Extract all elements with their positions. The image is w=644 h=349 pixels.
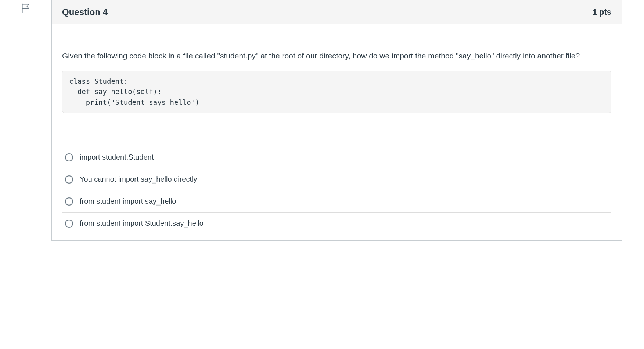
- radio-icon[interactable]: [65, 153, 73, 161]
- answer-option[interactable]: import student.Student: [62, 146, 611, 168]
- answer-option[interactable]: You cannot import say_hello directly: [62, 168, 611, 190]
- answer-option[interactable]: from student import Student.say_hello: [62, 212, 611, 236]
- question-title: Question 4: [62, 7, 108, 17]
- question-points: 1 pts: [593, 7, 611, 17]
- answer-option[interactable]: from student import say_hello: [62, 190, 611, 212]
- question-prompt: Given the following code block in a file…: [62, 50, 611, 62]
- answer-label: import student.Student: [80, 153, 154, 161]
- question-card: Question 4 1 pts Given the following cod…: [51, 0, 622, 241]
- question-header: Question 4 1 pts: [52, 0, 622, 24]
- answer-label: You cannot import say_hello directly: [80, 175, 197, 184]
- answer-label: from student import say_hello: [80, 197, 176, 206]
- answers-list: import student.Student You cannot import…: [62, 146, 611, 236]
- question-body: Given the following code block in a file…: [52, 24, 622, 240]
- question-container: Question 4 1 pts Given the following cod…: [0, 0, 644, 241]
- flag-icon[interactable]: [21, 3, 31, 13]
- radio-icon[interactable]: [65, 197, 73, 206]
- radio-icon[interactable]: [65, 175, 73, 184]
- answer-label: from student import Student.say_hello: [80, 219, 204, 228]
- flag-column: [0, 0, 51, 13]
- radio-icon[interactable]: [65, 220, 73, 228]
- code-block: class Student: def say_hello(self): prin…: [62, 71, 611, 113]
